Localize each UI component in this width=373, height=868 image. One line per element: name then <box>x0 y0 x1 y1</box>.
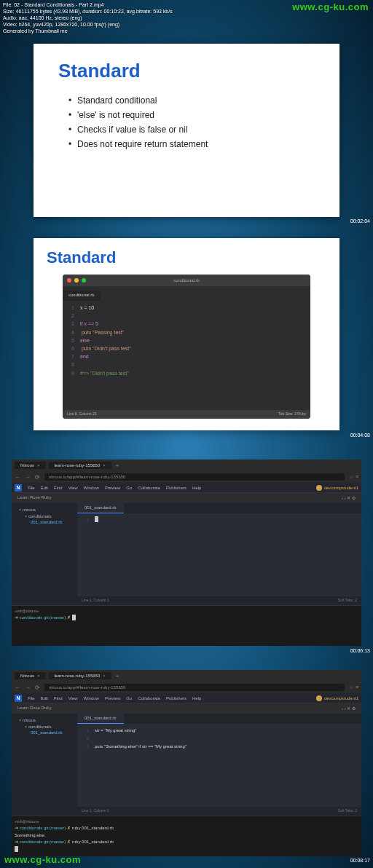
menu-collaborate[interactable]: Collaborate <box>138 696 160 701</box>
menu-publishers[interactable]: Publishers <box>166 696 186 701</box>
back-icon[interactable]: ← <box>15 684 20 691</box>
menu-find[interactable]: Find <box>54 696 63 701</box>
menu-preview[interactable]: Preview <box>105 486 120 490</box>
menu-window[interactable]: Window <box>84 696 99 701</box>
browser-url-bar: ← → ⟳ nitrous.io/app/#/learn-rose-ruby-1… <box>12 682 361 693</box>
slide-title: Standard <box>58 60 315 82</box>
new-tab-icon[interactable]: + <box>116 462 119 469</box>
menu-publishers[interactable]: Publishers <box>166 486 186 490</box>
bullet: 'else' is not required <box>68 110 315 120</box>
terminal-tab[interactable]: «ssh@nitrous» <box>15 609 358 613</box>
maximize-icon[interactable] <box>82 278 86 283</box>
star-icon[interactable]: ☆ <box>349 474 353 480</box>
bullet: Checks if value is false or nil <box>68 125 315 135</box>
minimize-icon[interactable] <box>74 278 79 283</box>
editor-tab[interactable]: conditional.rb <box>63 291 101 301</box>
tree-file[interactable]: 001_standard.rb <box>15 519 74 525</box>
code-editor[interactable]: 001_standard.rb 1 Line 1, Column 1Soft T… <box>77 503 361 605</box>
menu-find[interactable]: Find <box>54 486 63 490</box>
browser-window-2: Nitrous× learn-rose-ruby-155650× + ← → ⟳… <box>12 670 361 856</box>
timestamp-3: 00:06:13 <box>350 648 370 653</box>
menu-help[interactable]: Help <box>192 486 201 490</box>
bullet: Standard conditional <box>68 95 315 106</box>
menu-go[interactable]: Go <box>126 696 132 701</box>
cursor <box>15 846 18 852</box>
menu-icon[interactable]: ≡ <box>356 474 358 480</box>
window-title: conditional.rb <box>173 278 200 283</box>
chevron-down-icon: ▾ <box>19 508 21 512</box>
menu-collaborate[interactable]: Collaborate <box>138 486 160 490</box>
code-tab[interactable]: 001_standard.rb <box>77 714 124 724</box>
star-icon[interactable]: ☆ <box>349 684 353 690</box>
tree-folder[interactable]: ▾conditionals <box>15 723 74 730</box>
menu-help[interactable]: Help <box>192 696 201 701</box>
timestamp-2: 00:04:08 <box>350 433 370 438</box>
menu-file[interactable]: File <box>28 486 35 490</box>
tree-file[interactable]: 001_standard.rb <box>15 730 74 735</box>
refresh-icon[interactable]: ⟳ <box>35 684 40 691</box>
menu-go[interactable]: Go <box>126 486 132 490</box>
forward-icon[interactable]: → <box>25 684 31 691</box>
file-tree: ▾nitrous ▾conditionals 001_standard.rb <box>12 503 77 605</box>
browser-tab[interactable]: learn-rose-ruby-155650× <box>49 462 111 469</box>
back-icon[interactable]: ← <box>15 474 20 481</box>
project-header: Learn Rose Ruby‹ › ✕ ⚙ <box>12 493 361 503</box>
user-badge[interactable]: devcampstudent1 <box>316 695 358 701</box>
url-input[interactable]: nitrous.io/app/#/learn-rose-ruby-155650 <box>44 684 345 691</box>
timestamp-4: 00:08:17 <box>350 858 370 863</box>
menu-file[interactable]: File <box>28 696 35 701</box>
avatar-icon <box>316 485 322 491</box>
terminal-tab[interactable]: «ssh@nitrous» <box>15 819 358 824</box>
browser-tab[interactable]: Nitrous× <box>15 672 46 679</box>
cursor <box>72 615 76 620</box>
timestamp-1: 00:02:04 <box>350 218 370 224</box>
browser-tab-strip: Nitrous× learn-rose-ruby-155650× + <box>12 459 361 471</box>
slide-standard-bullets: Standard Standard conditional 'else' is … <box>34 44 339 217</box>
user-badge[interactable]: devcampstudent1 <box>316 485 358 491</box>
close-icon[interactable]: × <box>103 463 106 467</box>
menu-icon[interactable]: ≡ <box>356 684 358 690</box>
editor-titlebar: conditional.rb <box>63 275 310 286</box>
logo[interactable]: N <box>15 695 22 702</box>
menu-edit[interactable]: Edit <box>41 696 48 701</box>
refresh-icon[interactable]: ⟳ <box>35 474 40 481</box>
terminal[interactable]: «ssh@nitrous» ➜ conditionals git:(master… <box>12 605 361 646</box>
url-input[interactable]: nitrous.io/app/#/learn-rose-ruby-155650 <box>44 473 345 481</box>
tree-root[interactable]: ▾nitrous <box>15 717 74 723</box>
file-tree: ▾nitrous ▾conditionals 001_standard.rb <box>12 714 77 816</box>
logo[interactable]: N <box>15 484 22 492</box>
code-editor[interactable]: 001_standard.rb 1str = "My great string"… <box>77 714 361 816</box>
watermark-bottom: www.cg-ku.com <box>4 854 81 865</box>
menu-view[interactable]: View <box>68 486 78 490</box>
menu-edit[interactable]: Edit <box>41 486 48 490</box>
avatar-icon <box>316 695 322 701</box>
menu-view[interactable]: View <box>68 696 78 701</box>
code-body[interactable]: 1x = 10 2 3if x == 5 4 puts "Passing tes… <box>63 301 310 380</box>
app-menu: N File Edit Find View Window Preview Go … <box>12 693 361 703</box>
browser-tab[interactable]: Nitrous× <box>15 462 46 469</box>
watermark-top: www.cg-ku.com <box>292 1 369 12</box>
chevron-down-icon: ▾ <box>25 725 27 729</box>
project-header: Learn Rose Ruby‹ › ✕ ⚙ <box>12 703 361 714</box>
slide-title: Standard <box>47 248 326 267</box>
menu-preview[interactable]: Preview <box>105 696 120 701</box>
bullet-list: Standard conditional 'else' is not requi… <box>58 95 315 149</box>
code-tab[interactable]: 001_standard.rb <box>77 503 124 513</box>
menu-window[interactable]: Window <box>84 486 99 490</box>
close-icon[interactable]: × <box>103 674 106 678</box>
tree-root[interactable]: ▾nitrous <box>15 506 74 513</box>
editor-window: conditional.rb conditional.rb 1x = 10 2 … <box>63 275 310 419</box>
close-icon[interactable]: × <box>37 463 40 467</box>
browser-tab[interactable]: learn-rose-ruby-155650× <box>49 672 111 679</box>
close-icon[interactable]: × <box>37 674 40 678</box>
browser-tab-strip: Nitrous× learn-rose-ruby-155650× + <box>12 670 361 682</box>
chevron-down-icon: ▾ <box>25 514 27 518</box>
tree-folder[interactable]: ▾conditionals <box>15 513 74 519</box>
video-metadata: File: 02 - Standard Conditionals - Part … <box>3 1 173 34</box>
close-icon[interactable] <box>67 278 71 283</box>
editor-statusbar: Line 8, Column 23Tab Size: 2 Ruby <box>63 410 310 419</box>
ide-statusbar: Line 1, Column 1Soft Tabs: 2 <box>77 596 361 605</box>
new-tab-icon[interactable]: + <box>116 673 119 679</box>
terminal[interactable]: «ssh@nitrous» ➜ conditionals git:(master… <box>12 816 361 856</box>
forward-icon[interactable]: → <box>25 474 31 481</box>
